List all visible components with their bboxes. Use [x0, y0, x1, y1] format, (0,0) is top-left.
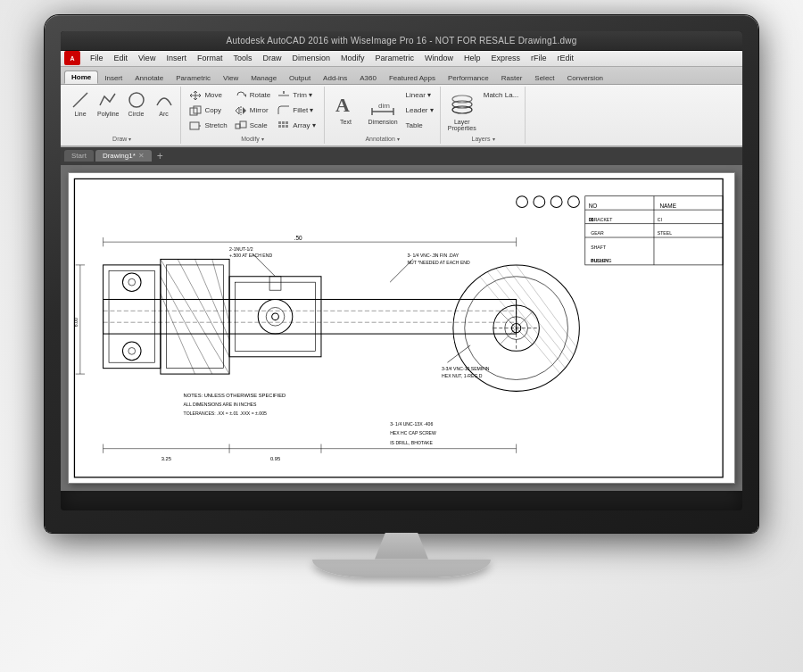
text-icon: A — [332, 90, 360, 119]
autocad-logo[interactable]: A — [64, 51, 80, 65]
layers-stack: Match La... — [481, 88, 522, 103]
ribbon-tab-select[interactable]: Select — [528, 72, 560, 84]
ribbon-tab-annotate[interactable]: Annotate — [128, 72, 170, 84]
scale-icon — [235, 120, 247, 131]
tool-line[interactable]: Line — [68, 88, 93, 119]
tool-linear[interactable]: Linear ▾ — [403, 88, 436, 103]
tool-table[interactable]: Table — [403, 119, 436, 133]
svg-rect-18 — [282, 125, 285, 128]
svg-rect-16 — [286, 121, 288, 124]
tool-trim[interactable]: Trim ▾ — [275, 88, 318, 103]
tool-polyline[interactable]: Polyline — [95, 88, 121, 119]
tool-rotate[interactable]: Rotate — [232, 88, 274, 103]
svg-text:SHAFT: SHAFT — [591, 244, 607, 249]
menu-insert[interactable]: Insert — [161, 53, 191, 63]
stretch-label: Stretch — [204, 121, 227, 129]
menu-file[interactable]: File — [86, 53, 108, 63]
menu-bar: A File Edit View Insert Format Tools Dra… — [61, 51, 742, 67]
tab-drawing1[interactable]: Drawing1* ✕ — [95, 150, 152, 162]
svg-text:TOLERANCES: .XX = ±.01  .XXX =: TOLERANCES: .XX = ±.01 .XXX = ±.005 — [184, 411, 267, 416]
draw-group-label: Draw — [112, 134, 131, 142]
line-icon — [70, 89, 91, 111]
annotation-stack: Linear ▾ Leader ▾ Table — [403, 88, 436, 133]
tool-circle[interactable]: Circle — [124, 88, 149, 119]
svg-text:3-3/4 VNC-10 SEMIFIN: 3-3/4 VNC-10 SEMIFIN — [442, 366, 490, 371]
menu-window[interactable]: Window — [420, 53, 458, 63]
svg-text:NUT *NEEDED AT EACH END: NUT *NEEDED AT EACH END — [407, 259, 470, 264]
dimension-label: Dimension — [368, 119, 398, 125]
tool-match-layer[interactable]: Match La... — [481, 88, 522, 103]
monitor-screen: Autodesk AutoCAD 2016 with WiseImage Pro… — [61, 31, 742, 510]
drawing-viewport[interactable]: NO NAME 01 01 BRACKET CI GEAR STEEL SHAF… — [61, 165, 742, 491]
ribbon-tab-addins[interactable]: Add-ins — [317, 72, 353, 84]
svg-text:BUSHING: BUSHING — [591, 258, 611, 263]
svg-text:STEEL: STEEL — [658, 230, 672, 236]
ribbon-tab-a360[interactable]: A360 — [353, 72, 383, 84]
text-label: Text — [340, 119, 352, 125]
ribbon-tab-performance[interactable]: Performance — [442, 72, 495, 84]
menu-express[interactable]: Express — [487, 53, 526, 63]
menu-modify[interactable]: Modify — [336, 53, 369, 63]
layer-properties-icon — [448, 90, 476, 119]
ribbon-tab-view[interactable]: View — [217, 72, 244, 84]
svg-text:2-1NUT-1/2: 2-1NUT-1/2 — [229, 246, 253, 252]
ribbon-tab-parametric[interactable]: Parametric — [170, 72, 217, 84]
menu-edit[interactable]: Edit — [110, 53, 133, 63]
tab-bar: Start Drawing1* ✕ + — [61, 147, 742, 165]
draw-tools: Line Polyline — [68, 88, 177, 119]
tool-stretch[interactable]: Stretch — [186, 119, 229, 133]
match-layer-label: Match La... — [484, 91, 519, 99]
rotate-icon — [235, 90, 247, 101]
tool-move[interactable]: Move — [186, 88, 229, 103]
dimension-icon: dim — [368, 90, 397, 119]
ribbon: Home Insert Annotate Parametric View Man… — [61, 67, 742, 147]
ribbon-tab-conversion[interactable]: Conversion — [561, 72, 609, 84]
menu-draw[interactable]: Draw — [258, 53, 286, 63]
array-icon — [277, 120, 290, 131]
tool-fillet[interactable]: Fillet ▾ — [275, 104, 318, 118]
tool-copy[interactable]: Copy — [186, 104, 229, 118]
ribbon-tab-featured[interactable]: Featured Apps — [383, 72, 442, 84]
menu-parametric[interactable]: Parametric — [371, 53, 419, 63]
svg-text:ALL DIMENSIONS ARE IN INCHES: ALL DIMENSIONS ARE IN INCHES — [184, 402, 257, 407]
tool-text[interactable]: A Text — [329, 88, 363, 127]
svg-text:3- 1/4 UNC-13X -406: 3- 1/4 UNC-13X -406 — [390, 420, 433, 426]
ribbon-tab-manage[interactable]: Manage — [244, 72, 283, 84]
circle-icon — [126, 89, 147, 111]
tool-leader[interactable]: Leader ▾ — [403, 104, 436, 118]
tool-dimension[interactable]: dim Dimension — [366, 88, 401, 127]
menu-dimension[interactable]: Dimension — [287, 53, 335, 63]
tab-drawing1-close[interactable]: ✕ — [138, 152, 145, 160]
svg-rect-15 — [282, 121, 285, 124]
menu-format[interactable]: Format — [193, 53, 228, 63]
menu-help[interactable]: Help — [459, 53, 485, 63]
tool-arc[interactable]: Arc — [152, 88, 177, 119]
svg-text:NO: NO — [589, 202, 598, 208]
tab-add-button[interactable]: + — [153, 150, 167, 162]
tab-start-label: Start — [71, 152, 87, 160]
ribbon-tab-home[interactable]: Home — [64, 71, 98, 84]
layer-properties-label: LayerProperties — [448, 119, 476, 131]
svg-text:dim: dim — [378, 102, 390, 110]
ribbon-tab-raster[interactable]: Raster — [495, 72, 529, 84]
ribbon-group-annotation: A Text — [326, 87, 441, 144]
ribbon-tab-output[interactable]: Output — [283, 72, 317, 84]
arc-label: Arc — [159, 111, 169, 118]
tool-array[interactable]: Array ▾ — [275, 119, 318, 133]
tool-mirror[interactable]: Mirror — [232, 104, 274, 118]
move-icon — [189, 90, 202, 101]
fillet-icon — [277, 105, 290, 116]
menu-tools[interactable]: Tools — [228, 53, 256, 63]
tool-layer-properties[interactable]: LayerProperties — [445, 88, 479, 133]
tool-scale[interactable]: Scale — [232, 119, 274, 133]
ribbon-tab-insert[interactable]: Insert — [98, 72, 128, 84]
mirror-icon — [235, 105, 247, 116]
monitor-bezel: Autodesk AutoCAD 2016 with WiseImage Pro… — [45, 15, 758, 533]
menu-rfile[interactable]: rFile — [526, 53, 551, 63]
svg-text:IS DRILL, BHOTAKE: IS DRILL, BHOTAKE — [390, 439, 433, 444]
menu-redit[interactable]: rEdit — [553, 53, 579, 63]
svg-text:GEAR: GEAR — [591, 230, 604, 236]
menu-view[interactable]: View — [134, 53, 160, 63]
tab-start[interactable]: Start — [64, 150, 94, 162]
ribbon-group-modify: Move Copy — [182, 87, 325, 144]
